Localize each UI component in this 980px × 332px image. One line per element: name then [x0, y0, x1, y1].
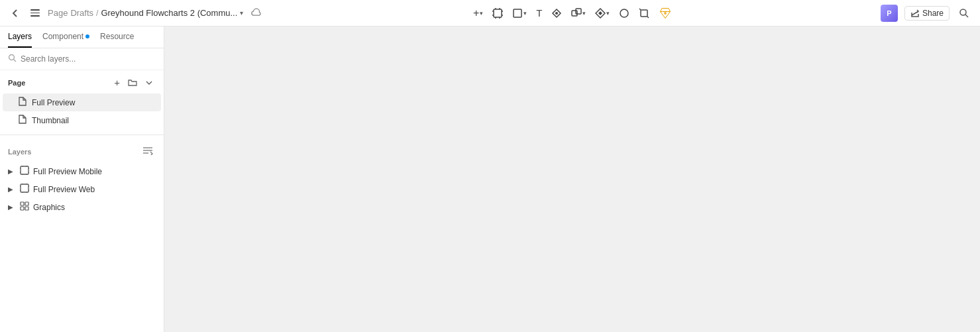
frame-tool-button[interactable] — [490, 5, 506, 21]
search-icon — [8, 54, 17, 64]
collapse-icon — [145, 79, 153, 87]
breadcrumb-separator: / — [96, 9, 98, 18]
layer-item-graphics[interactable]: ▶ Graphics — [0, 198, 164, 216]
share-label: Share — [922, 9, 944, 18]
layer-item-full-preview-web[interactable]: ▶ Full Preview Web — [0, 180, 164, 198]
add-page-icon: + — [114, 77, 120, 88]
layers-section: Layers ▶ — [0, 140, 164, 332]
svg-rect-12 — [576, 9, 581, 14]
brand-icon-button[interactable] — [656, 4, 675, 23]
svg-line-18 — [912, 11, 918, 15]
breadcrumb-drafts-label: Drafts — [70, 8, 93, 18]
component-tool-button[interactable]: ▾ — [592, 5, 612, 21]
toolbar-left: Page Drafts / Greyhound Flowcharts 2 (Co… — [8, 5, 264, 21]
page-section-actions: + — [111, 76, 156, 89]
tab-component[interactable]: Component — [42, 32, 89, 48]
main-area: Layers Component Resource Page — [0, 27, 980, 332]
text-tool-icon: T — [536, 7, 542, 19]
svg-rect-47 — [25, 207, 28, 210]
collapse-all-icon — [142, 146, 153, 155]
grid-icon-graphics — [20, 201, 29, 213]
add-icon-group: + ▾ — [473, 7, 483, 19]
page-item-thumbnail[interactable]: Thumbnail — [3, 111, 161, 129]
breadcrumb-drafts: Page — [48, 8, 68, 18]
text-tool-button[interactable]: T — [533, 5, 545, 21]
svg-point-10 — [555, 12, 558, 15]
add-button[interactable]: + ▾ — [470, 5, 486, 22]
breadcrumb-dropdown-arrow[interactable]: ▾ — [240, 9, 243, 17]
canvas-background — [164, 27, 980, 332]
cloud-save-button[interactable] — [248, 5, 264, 21]
toolbar: Page Drafts / Greyhound Flowcharts 2 (Co… — [0, 0, 980, 27]
breadcrumb: Page Drafts / Greyhound Flowcharts 2 (Co… — [48, 8, 243, 18]
page-section-header: Page + — [0, 70, 164, 93]
page-item-full-preview[interactable]: Full Preview — [3, 93, 161, 111]
shape-icon-group: ▾ — [512, 8, 527, 19]
frame-icon-mobile — [20, 166, 29, 177]
left-panel: Layers Component Resource Page — [0, 27, 164, 332]
share-button[interactable]: Share — [904, 6, 950, 21]
layers-collapse-all-button[interactable] — [140, 144, 156, 158]
crop-tool-button[interactable] — [636, 5, 652, 21]
hamburger-icon — [30, 9, 40, 17]
svg-rect-45 — [25, 202, 28, 205]
ellipse-tool-button[interactable] — [616, 5, 632, 21]
svg-rect-46 — [21, 207, 24, 210]
page-item-label-thumbnail: Thumbnail — [32, 116, 153, 125]
bool-ops-button[interactable]: ▾ — [569, 5, 588, 21]
search-bar — [0, 48, 164, 70]
hamburger-button[interactable] — [28, 7, 42, 19]
toolbar-center: + ▾ ▾ — [270, 4, 875, 23]
svg-line-16 — [647, 17, 649, 18]
layers-section-header: Layers — [0, 140, 164, 162]
svg-point-19 — [960, 9, 966, 15]
svg-rect-11 — [572, 11, 577, 16]
add-page-button[interactable]: + — [111, 76, 123, 89]
bool-icon-group: ▾ — [571, 8, 586, 19]
component-icon-group: ▾ — [595, 8, 610, 19]
svg-line-20 — [965, 15, 968, 17]
shape-tool-button[interactable]: ▾ — [510, 5, 529, 21]
search-toolbar-button[interactable] — [956, 5, 972, 21]
tab-resource[interactable]: Resource — [100, 32, 134, 48]
svg-rect-26 — [21, 166, 28, 174]
svg-point-17 — [664, 12, 667, 15]
layer-label-graphics: Graphics — [33, 203, 65, 212]
svg-rect-44 — [21, 202, 24, 205]
svg-point-13 — [620, 9, 628, 17]
plugin-icon[interactable]: P — [881, 5, 898, 22]
page-doc-icon-2 — [19, 115, 27, 126]
toolbar-right: P Share — [881, 5, 972, 22]
svg-point-21 — [9, 55, 15, 60]
svg-rect-14 — [641, 10, 647, 17]
back-button[interactable] — [8, 6, 23, 21]
page-section-title: Page — [8, 79, 25, 87]
expand-arrow-web: ▶ — [8, 186, 16, 193]
svg-rect-9 — [514, 9, 521, 17]
component-dot — [85, 34, 89, 38]
layer-item-full-preview-mobile[interactable]: ▶ Full Preview Mobile — [0, 162, 164, 180]
page-collapse-button[interactable] — [142, 78, 156, 88]
frame-icon-web — [20, 184, 29, 195]
tab-layers[interactable]: Layers — [8, 32, 32, 48]
svg-line-22 — [14, 60, 17, 62]
svg-rect-0 — [494, 9, 502, 17]
figma-like-icon — [659, 7, 672, 20]
canvas-area — [164, 27, 980, 332]
panel-tabs: Layers Component Resource — [0, 27, 164, 48]
breadcrumb-current: Greyhound Flowcharts 2 (Commu... — [101, 8, 237, 18]
svg-rect-35 — [21, 184, 28, 192]
plugin-label: P — [887, 9, 891, 17]
svg-line-15 — [639, 9, 641, 10]
expand-arrow-mobile: ▶ — [8, 168, 16, 175]
layers-section-title: Layers — [8, 148, 31, 156]
pen-tool-button[interactable] — [549, 5, 565, 21]
layer-label-full-preview-web: Full Preview Web — [33, 185, 95, 194]
expand-arrow-graphics: ▶ — [8, 203, 16, 211]
page-doc-icon — [19, 97, 27, 108]
panel-divider — [0, 135, 164, 135]
folder-icon — [128, 78, 137, 87]
page-folder-button[interactable] — [125, 77, 140, 89]
search-layers-input[interactable] — [21, 54, 156, 64]
layer-label-full-preview-mobile: Full Preview Mobile — [33, 167, 102, 176]
